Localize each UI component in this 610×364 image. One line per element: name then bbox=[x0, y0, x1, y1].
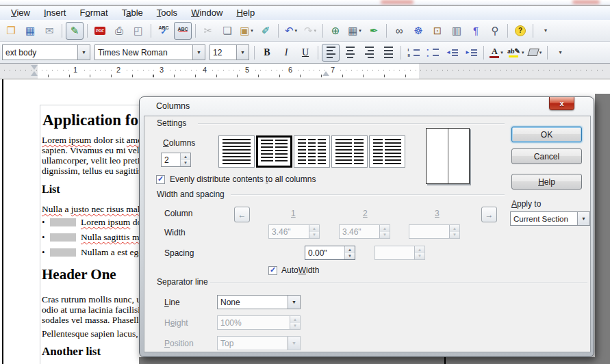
italic-button[interactable]: I bbox=[277, 44, 295, 62]
navigator-icon[interactable]: ☸ bbox=[409, 22, 427, 40]
toolbar-separator bbox=[507, 24, 508, 38]
paste-icon[interactable]: ▣▾ bbox=[238, 22, 255, 40]
hyperlink-icon[interactable]: ⊕ bbox=[327, 22, 344, 40]
columns-count-spinner[interactable]: 2 ▲▼ bbox=[161, 153, 191, 167]
autowidth-checkbox-label[interactable]: AutoWidth bbox=[281, 265, 319, 275]
preset-two-columns-left-wide[interactable] bbox=[331, 135, 368, 168]
menu-insert[interactable]: Insert bbox=[37, 6, 73, 19]
distribute-checkbox-label[interactable]: Evenly distribute contents to all column… bbox=[170, 174, 316, 184]
toolbar-separator bbox=[322, 24, 323, 38]
help-button[interactable]: Help bbox=[511, 174, 582, 190]
help-icon[interactable]: ? bbox=[511, 22, 529, 40]
left-indent-marker[interactable] bbox=[31, 65, 38, 70]
export-pdf-icon[interactable]: PDF bbox=[91, 22, 109, 40]
chevron-down-icon[interactable]: ▾ bbox=[359, 28, 361, 34]
chevron-down-icon[interactable]: ▾ bbox=[522, 50, 524, 55]
font-size-combo[interactable]: 12 ▼ bbox=[209, 44, 249, 60]
draw-functions-icon[interactable]: ✒ bbox=[365, 22, 383, 40]
preset-two-columns-right-wide[interactable] bbox=[369, 135, 405, 168]
first-line-indent-marker[interactable] bbox=[31, 71, 38, 76]
page-preview-icon[interactable]: ◰ bbox=[129, 22, 147, 40]
spacing-1-2-spinner[interactable]: 0.00" ▲▼ bbox=[305, 246, 355, 260]
preset-three-columns[interactable] bbox=[294, 135, 330, 168]
right-indent-marker[interactable] bbox=[322, 71, 329, 76]
chevron-down-icon[interactable]: ▾ bbox=[500, 50, 503, 55]
paragraph-style-combo[interactable]: ext body ▼ bbox=[2, 44, 90, 60]
find-replace-icon[interactable]: ∞ bbox=[390, 22, 408, 40]
chevron-down-icon[interactable]: ▼ bbox=[288, 296, 300, 309]
chevron-down-icon[interactable]: ▼ bbox=[77, 45, 90, 60]
email-icon[interactable]: ✉ bbox=[40, 22, 58, 40]
chevron-down-icon[interactable]: ▾ bbox=[314, 28, 317, 34]
menu-format[interactable]: Format bbox=[73, 6, 114, 19]
chevron-down-icon: ▾ bbox=[559, 50, 561, 55]
toolbar-options-icon[interactable]: ▾ bbox=[537, 22, 555, 40]
height-value: 100% bbox=[218, 318, 290, 328]
preset-one-column[interactable] bbox=[218, 135, 255, 168]
menu-help[interactable]: Help bbox=[229, 6, 262, 19]
ok-button[interactable]: OK bbox=[511, 127, 582, 142]
ruler-number: 2 bbox=[114, 66, 123, 74]
preset-two-columns[interactable] bbox=[256, 135, 292, 168]
align-justify-button[interactable] bbox=[379, 44, 397, 62]
menu-tools[interactable]: Tools bbox=[150, 6, 184, 19]
zoom-icon[interactable]: ⚲ bbox=[486, 22, 504, 40]
paragraph-style-value: ext body bbox=[3, 48, 77, 57]
edit-file-icon[interactable]: ✎ bbox=[66, 22, 84, 40]
save-icon[interactable]: ▦ bbox=[21, 22, 39, 40]
horizontal-ruler[interactable]: 1 2 3 4 5 6 7 bbox=[0, 64, 610, 79]
toolbar-options-button[interactable]: ▾ bbox=[551, 44, 569, 62]
chevron-down-icon[interactable]: ▾ bbox=[539, 50, 542, 55]
chevron-down-icon[interactable]: ▼ bbox=[192, 45, 205, 60]
highlighting-icon: ab✎ bbox=[507, 48, 520, 57]
bold-button[interactable]: B bbox=[258, 44, 276, 62]
background-color-button[interactable]: ▾ bbox=[526, 44, 544, 62]
window-top-edge bbox=[0, 0, 610, 5]
chevron-down-icon[interactable]: ▾ bbox=[295, 28, 298, 34]
next-column-button[interactable]: → bbox=[481, 207, 497, 222]
autowidth-checkbox[interactable] bbox=[268, 266, 277, 275]
spellcheck-icon[interactable]: ABC bbox=[155, 22, 173, 40]
ruler-number: 3 bbox=[157, 66, 166, 74]
apply-to-dropdown[interactable]: Current Section ▼ bbox=[510, 211, 590, 226]
bullet-list-button[interactable]: ▪▪ bbox=[424, 44, 442, 62]
menu-table[interactable]: Table bbox=[115, 6, 150, 19]
highlighting-button[interactable]: ab✎▾ bbox=[507, 44, 524, 62]
menu-view[interactable]: View bbox=[4, 6, 37, 19]
print-icon[interactable]: ⎙ bbox=[110, 22, 128, 40]
spinner-up-down-icons[interactable]: ▲▼ bbox=[180, 153, 190, 166]
format-paintbrush-icon[interactable]: ✐ bbox=[257, 22, 275, 40]
undo-icon[interactable]: ↶▾ bbox=[282, 22, 300, 40]
decrease-indent-button[interactable]: ◄ bbox=[443, 44, 461, 62]
insert-table-icon[interactable]: ▦▾ bbox=[346, 22, 364, 40]
data-sources-icon[interactable]: ▥ bbox=[448, 22, 466, 40]
bullet-list-icon: ▪▪ bbox=[427, 47, 439, 58]
distribute-checkbox[interactable] bbox=[156, 175, 165, 184]
desktop-background bbox=[139, 357, 610, 364]
align-left-button[interactable] bbox=[322, 44, 340, 62]
chevron-down-icon[interactable]: ▼ bbox=[577, 212, 589, 225]
document-heading-2: Header One bbox=[42, 266, 116, 283]
chevron-down-icon[interactable]: ▼ bbox=[236, 45, 249, 60]
align-right-button[interactable] bbox=[360, 44, 378, 62]
copy-icon[interactable]: ❏ bbox=[218, 22, 236, 40]
cancel-button[interactable]: Cancel bbox=[511, 148, 582, 164]
formatting-marks-icon[interactable]: ¶ bbox=[467, 22, 485, 40]
column-number-1: 1 bbox=[291, 209, 296, 218]
font-name-combo[interactable]: Times New Roman ▼ bbox=[94, 44, 205, 60]
open-icon[interactable]: ❐ bbox=[2, 22, 20, 40]
document-heading-1: Application fo bbox=[42, 112, 138, 129]
close-button[interactable]: x bbox=[549, 97, 574, 110]
increase-indent-button[interactable]: ► bbox=[462, 44, 480, 62]
previous-column-button[interactable]: ← bbox=[234, 207, 250, 222]
line-dropdown[interactable]: None ▼ bbox=[217, 295, 301, 309]
align-center-button[interactable] bbox=[341, 44, 359, 62]
chevron-down-icon[interactable]: ▾ bbox=[251, 28, 253, 34]
gallery-icon[interactable]: ⊡ bbox=[429, 22, 446, 40]
numbered-list-button[interactable]: III bbox=[405, 44, 422, 62]
menu-window[interactable]: Window bbox=[184, 6, 229, 19]
underline-button[interactable]: U bbox=[296, 44, 314, 62]
spinner-up-down-icons[interactable]: ▲▼ bbox=[344, 246, 355, 259]
font-color-button[interactable]: A▾ bbox=[487, 44, 505, 62]
autospellcheck-icon[interactable]: ABC bbox=[174, 22, 192, 40]
